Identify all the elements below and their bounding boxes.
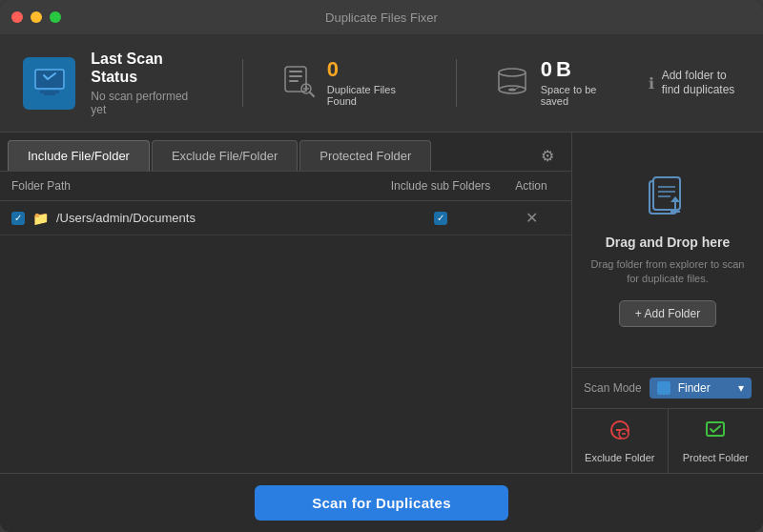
last-scan-text: Last Scan Status No scan performed yet: [91, 50, 204, 116]
svg-rect-4: [289, 71, 302, 72]
header-stats: Last Scan Status No scan performed yet: [0, 34, 763, 133]
main-content: Include File/Folder Exclude File/Folder …: [0, 133, 763, 473]
row-checkbox[interactable]: ✓: [11, 212, 25, 225]
svg-rect-3: [285, 67, 306, 92]
last-scan-title: Last Scan Status: [91, 50, 204, 86]
protect-folder-label: Protect Folder: [683, 452, 749, 463]
tabs-bar: Include File/Folder Exclude File/Folder …: [0, 133, 571, 172]
exclude-icon: [608, 419, 631, 446]
divider-1: [242, 59, 243, 107]
svg-line-8: [310, 92, 314, 96]
subfolder-checkbox[interactable]: ✓: [434, 212, 447, 225]
table-row: ✓ 📁 /Users/admin/Documents ✓ ✕: [0, 201, 571, 235]
monitor-icon: [23, 57, 75, 110]
space-label: Space to be saved: [541, 84, 618, 107]
svg-rect-1: [40, 91, 59, 93]
add-folder-button[interactable]: + Add Folder: [619, 300, 716, 327]
minimize-button[interactable]: [31, 11, 42, 23]
last-scan-section: Last Scan Status No scan performed yet: [23, 50, 204, 116]
space-unit: B: [556, 59, 571, 80]
folder-path-cell: ✓ 📁 /Users/admin/Documents: [11, 211, 379, 226]
right-panel: Drag and Drop here Drag folder from expl…: [572, 133, 763, 473]
folder-icon: 📁: [32, 211, 49, 226]
close-button[interactable]: [11, 11, 23, 23]
svg-rect-6: [289, 80, 299, 82]
finder-icon: [657, 381, 670, 395]
drop-area[interactable]: Drag and Drop here Drag folder from expl…: [572, 133, 763, 367]
duplicate-files-stat: 0 Duplicate Files Found: [281, 59, 418, 107]
protect-folder-button[interactable]: Protect Folder: [669, 409, 764, 473]
scan-mode-row: Scan Mode Finder ▾: [572, 367, 763, 408]
space-content: 0 B Space to be saved: [541, 59, 618, 107]
scan-button[interactable]: Scan for Duplicates: [255, 485, 508, 521]
window-title: Duplicate Files Fixer: [325, 10, 438, 25]
footer: Scan for Duplicates: [0, 473, 763, 532]
add-folder-hint: ℹ Add folder to find duplicates: [649, 69, 740, 98]
scan-mode-select[interactable]: Finder ▾: [650, 378, 752, 399]
monitor-svg: [32, 66, 67, 100]
space-stat: 0 B Space to be saved: [495, 59, 618, 107]
duplicate-files-content: 0 Duplicate Files Found: [327, 59, 418, 107]
svg-rect-0: [35, 70, 64, 89]
space-number: 0: [541, 59, 552, 80]
main-window: Duplicate Files Fixer Last Scan Status N…: [0, 0, 763, 532]
folder-path-text: /Users/admin/Documents: [56, 211, 196, 225]
folder-list-header: Folder Path Include sub Folders Action: [0, 172, 571, 201]
protect-icon: [704, 419, 727, 446]
drop-icon: [644, 174, 691, 225]
tab-exclude[interactable]: Exclude File/Folder: [152, 140, 298, 171]
svg-line-17: [516, 87, 520, 89]
duplicate-label: Duplicate Files Found: [327, 84, 418, 107]
col-action-label: Action: [503, 179, 560, 193]
left-panel: Include File/Folder Exclude File/Folder …: [0, 133, 572, 473]
svg-rect-2: [44, 93, 55, 95]
window-controls: [11, 11, 61, 23]
drop-subtitle: Drag folder from explorer to scan for du…: [588, 257, 748, 287]
col-subfolder-label: Include sub Folders: [379, 179, 503, 193]
svg-point-16: [508, 88, 516, 91]
info-icon: ℹ: [649, 74, 654, 92]
gear-icon[interactable]: ⚙: [531, 141, 564, 171]
col-path-label: Folder Path: [11, 179, 379, 193]
bottom-actions: Exclude Folder Protect Folder: [572, 408, 763, 473]
title-bar: Duplicate Files Fixer: [0, 0, 763, 34]
maximize-button[interactable]: [50, 11, 61, 23]
last-scan-status: No scan performed yet: [91, 90, 204, 116]
subfolder-cell: ✓: [379, 212, 503, 225]
tab-protected[interactable]: Protected Folder: [299, 140, 431, 171]
folder-list: ✓ 📁 /Users/admin/Documents ✓ ✕: [0, 201, 571, 235]
svg-point-15: [499, 69, 526, 76]
action-cell[interactable]: ✕: [503, 209, 560, 227]
exclude-folder-label: Exclude Folder: [585, 452, 654, 463]
duplicate-count: 0: [327, 59, 418, 80]
dropdown-arrow-icon: ▾: [738, 381, 744, 395]
svg-rect-5: [289, 75, 302, 77]
exclude-folder-button[interactable]: Exclude Folder: [572, 409, 669, 473]
drop-title: Drag and Drop here: [606, 235, 731, 250]
disk-icon: [495, 63, 529, 104]
add-folder-hint-text: Add folder to find duplicates: [662, 69, 740, 98]
divider-2: [456, 59, 457, 107]
scan-mode-label: Scan Mode: [584, 381, 642, 395]
search-icon: [281, 63, 316, 104]
tab-include[interactable]: Include File/Folder: [8, 140, 150, 171]
